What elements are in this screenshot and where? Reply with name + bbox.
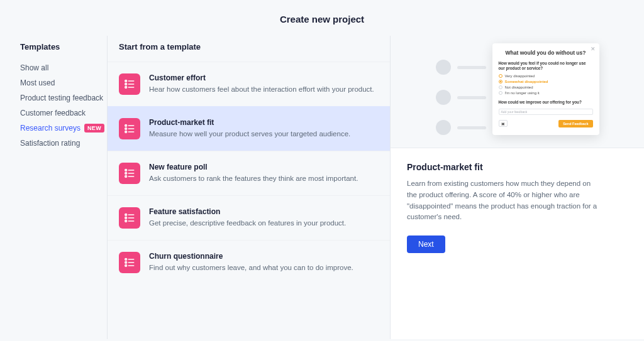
svg-point-6	[125, 125, 127, 127]
list-icon	[119, 73, 140, 95]
template-list: Start from a template Customer effort He…	[107, 36, 390, 339]
template-title: Churn questionnaire	[149, 252, 379, 261]
svg-point-22	[125, 220, 127, 222]
list-icon	[119, 163, 140, 184]
svg-point-0	[125, 80, 127, 82]
list-icon	[119, 207, 140, 229]
svg-point-26	[125, 262, 127, 264]
sidebar-heading: Templates	[20, 42, 107, 51]
svg-point-20	[125, 217, 127, 219]
survey-option: Very disappointed	[499, 74, 593, 78]
template-product-market-fit[interactable]: Product-market fit Measure how well your…	[108, 106, 390, 151]
svg-point-18	[125, 214, 127, 216]
template-desc: Ask customers to rank the features they …	[149, 173, 379, 183]
skeleton-row	[436, 90, 486, 105]
skeleton-row	[436, 60, 486, 75]
svg-point-24	[125, 259, 127, 261]
template-feature-satisfaction[interactable]: Feature satisfaction Get precise, descri…	[108, 195, 390, 240]
survey-preview-card: ✕ What would you do without us? How woul…	[492, 43, 599, 135]
template-new-feature-poll[interactable]: New feature poll Ask customers to rank t…	[108, 151, 390, 195]
new-badge: NEW	[84, 124, 104, 133]
svg-point-10	[125, 131, 127, 133]
send-feedback-button: Send Feedback	[558, 120, 592, 127]
svg-point-12	[125, 170, 127, 171]
svg-point-16	[125, 176, 127, 178]
template-desc: Measure how well your product serves you…	[149, 129, 379, 139]
preview-area: ✕ What would you do without us? How woul…	[391, 36, 644, 148]
template-churn-questionnaire[interactable]: Churn questionnaire Find out why custome…	[108, 240, 390, 284]
close-icon: ✕	[591, 46, 596, 52]
detail-body: Product-market fit Learn from existing c…	[391, 148, 644, 339]
detail-title: Product-market fit	[407, 162, 628, 172]
svg-point-14	[125, 173, 127, 175]
survey-title: What would you do without us?	[499, 50, 593, 56]
template-title: Customer effort	[149, 73, 379, 82]
template-desc: Hear how customers feel about the intera…	[149, 84, 379, 94]
svg-point-4	[125, 87, 127, 89]
sidebar-item-product-testing[interactable]: Product testing feedback	[20, 90, 107, 106]
template-desc: Get precise, descriptive feedback on fea…	[149, 218, 379, 228]
sidebar-item-customer-feedback[interactable]: Customer feedback	[20, 106, 107, 121]
sidebar-item-most-used[interactable]: Most used	[20, 75, 107, 90]
sidebar-item-show-all[interactable]: Show all	[20, 60, 107, 75]
page-title: Create new project	[0, 0, 644, 36]
sidebar: Templates Show all Most used Product tes…	[0, 36, 107, 339]
template-customer-effort[interactable]: Customer effort Hear how customers feel …	[108, 62, 390, 106]
svg-point-28	[125, 265, 127, 267]
template-title: New feature poll	[149, 163, 379, 171]
sidebar-item-satisfaction-rating[interactable]: Satisfaction rating	[20, 136, 107, 151]
survey-option: Not disappointed	[499, 85, 593, 89]
svg-point-8	[125, 128, 127, 130]
list-icon	[119, 252, 140, 273]
skeleton-rows	[436, 60, 486, 135]
survey-question-2: How could we improve our offering for yo…	[499, 100, 593, 105]
survey-option: I'm no longer using it	[499, 91, 593, 95]
template-desc: Find out why customers leave, and what y…	[149, 263, 379, 273]
templates-heading: Start from a template	[108, 42, 390, 62]
template-title: Feature satisfaction	[149, 207, 379, 216]
detail-description: Learn from existing customers how much t…	[407, 178, 602, 223]
detail-panel: ✕ What would you do without us? How woul…	[390, 36, 644, 339]
next-button[interactable]: Next	[407, 235, 445, 253]
survey-text-input: Add your feedback	[499, 109, 593, 115]
camera-icon: ▣	[499, 120, 508, 127]
survey-question-1: How would you feel if you could no longe…	[499, 61, 593, 71]
svg-point-2	[125, 84, 127, 85]
template-title: Product-market fit	[149, 118, 379, 127]
skeleton-row	[436, 120, 486, 135]
survey-option-selected: Somewhat disappointed	[499, 80, 593, 84]
list-icon	[119, 118, 140, 139]
sidebar-item-research-surveys[interactable]: Research surveys NEW	[20, 121, 107, 136]
